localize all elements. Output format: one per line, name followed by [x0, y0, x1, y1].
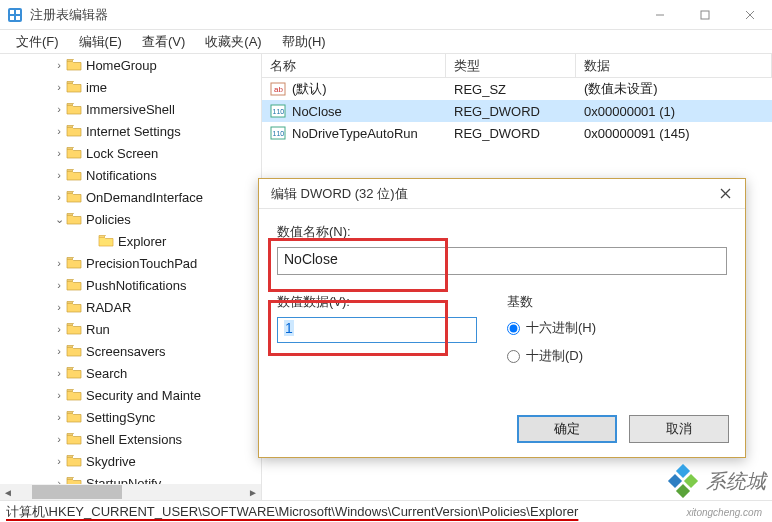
tree-twisty-icon[interactable]: ›: [52, 103, 66, 115]
radio-hex-input[interactable]: [507, 322, 520, 335]
radio-dec-input[interactable]: [507, 350, 520, 363]
cell-name: NoClose: [292, 104, 342, 119]
svg-rect-1: [10, 10, 14, 14]
folder-icon: [66, 212, 82, 226]
tree-node[interactable]: ›Screensavers: [0, 340, 261, 362]
tree-node[interactable]: ›Skydrive: [0, 450, 261, 472]
dword-icon: 110: [270, 126, 286, 140]
tree-twisty-icon[interactable]: ›: [52, 411, 66, 423]
menu-edit[interactable]: 编辑(E): [69, 31, 132, 53]
tree-node-label: Lock Screen: [86, 146, 158, 161]
folder-icon: [66, 58, 82, 72]
tree-node-label: PushNotifications: [86, 278, 186, 293]
svg-text:110: 110: [273, 108, 285, 115]
tree-twisty-icon[interactable]: ›: [52, 257, 66, 269]
tree-twisty-icon[interactable]: ›: [52, 301, 66, 313]
tree-twisty-icon[interactable]: ›: [52, 81, 66, 93]
list-row[interactable]: 110NoDriveTypeAutoRunREG_DWORD0x00000091…: [262, 122, 772, 144]
tree-node[interactable]: ›Notifications: [0, 164, 261, 186]
value-data-text: 1: [284, 320, 294, 336]
col-name[interactable]: 名称: [262, 54, 446, 77]
radio-hex[interactable]: 十六进制(H): [507, 319, 727, 337]
tree-pane[interactable]: ›HomeGroup›ime›ImmersiveShell›Internet S…: [0, 54, 262, 500]
scroll-thumb[interactable]: [32, 485, 122, 499]
tree-node-explorer[interactable]: Explorer: [0, 230, 261, 252]
tree-node[interactable]: ›Internet Settings: [0, 120, 261, 142]
scroll-right-icon[interactable]: ►: [245, 484, 261, 500]
tree-twisty-icon[interactable]: ›: [52, 367, 66, 379]
tree-twisty-icon[interactable]: ›: [52, 125, 66, 137]
tree-node[interactable]: ›RADAR: [0, 296, 261, 318]
svg-rect-6: [701, 11, 709, 19]
folder-icon: [66, 124, 82, 138]
tree-node[interactable]: ›OnDemandInterface: [0, 186, 261, 208]
ok-button[interactable]: 确定: [517, 415, 617, 443]
tree-twisty-icon[interactable]: ›: [52, 147, 66, 159]
dialog-close-button[interactable]: [705, 179, 745, 209]
svg-rect-18: [668, 474, 682, 488]
minimize-button[interactable]: [637, 0, 682, 30]
tree-node-label: PrecisionTouchPad: [86, 256, 197, 271]
tree-hscrollbar[interactable]: ◄ ►: [0, 484, 261, 500]
tree-node[interactable]: ›SettingSync: [0, 406, 261, 428]
tree-twisty-icon[interactable]: ›: [52, 279, 66, 291]
tree-node-label: Notifications: [86, 168, 157, 183]
tree-node[interactable]: ›PushNotifications: [0, 274, 261, 296]
tree-node[interactable]: ›ImmersiveShell: [0, 98, 261, 120]
tree-node[interactable]: ›Security and Mainte: [0, 384, 261, 406]
folder-icon: [66, 300, 82, 314]
close-button[interactable]: [727, 0, 772, 30]
tree-node[interactable]: ›ime: [0, 76, 261, 98]
maximize-button[interactable]: [682, 0, 727, 30]
menu-help[interactable]: 帮助(H): [272, 31, 336, 53]
svg-rect-17: [676, 464, 690, 478]
tree-twisty-icon[interactable]: ›: [52, 345, 66, 357]
tree-node[interactable]: ›Search: [0, 362, 261, 384]
tree-node-label: ime: [86, 80, 107, 95]
scroll-left-icon[interactable]: ◄: [0, 484, 16, 500]
svg-rect-19: [684, 474, 698, 488]
dialog-titlebar[interactable]: 编辑 DWORD (32 位)值: [259, 179, 745, 209]
folder-icon: [66, 366, 82, 380]
dword-icon: 110: [270, 104, 286, 118]
tree-node[interactable]: ›Run: [0, 318, 261, 340]
tree-node-label: Shell Extensions: [86, 432, 182, 447]
menu-view[interactable]: 查看(V): [132, 31, 195, 53]
watermark-url: xitongcheng.com: [686, 507, 762, 518]
folder-icon: [66, 410, 82, 424]
menubar: 文件(F) 编辑(E) 查看(V) 收藏夹(A) 帮助(H): [0, 30, 772, 54]
cancel-button[interactable]: 取消: [629, 415, 729, 443]
svg-rect-20: [676, 484, 690, 498]
svg-rect-3: [10, 16, 14, 20]
value-data-field[interactable]: 1: [277, 317, 477, 343]
cell-name: NoDriveTypeAutoRun: [292, 126, 418, 141]
menu-favorites[interactable]: 收藏夹(A): [195, 31, 271, 53]
tree-node[interactable]: ›HomeGroup: [0, 54, 261, 76]
tree-node[interactable]: ›Lock Screen: [0, 142, 261, 164]
list-row[interactable]: ab(默认)REG_SZ(数值未设置): [262, 78, 772, 100]
tree-twisty-icon[interactable]: ›: [52, 389, 66, 401]
tree-node[interactable]: ›PrecisionTouchPad: [0, 252, 261, 274]
tree-node[interactable]: ›Shell Extensions: [0, 428, 261, 450]
value-data-label: 数值数据(V):: [277, 293, 507, 311]
tree-twisty-icon[interactable]: ›: [52, 433, 66, 445]
tree-twisty-icon[interactable]: ›: [52, 191, 66, 203]
col-type[interactable]: 类型: [446, 54, 576, 77]
tree-twisty-icon[interactable]: ›: [52, 323, 66, 335]
watermark: 系统城: [666, 464, 766, 498]
tree-twisty-icon[interactable]: ›: [52, 455, 66, 467]
col-data[interactable]: 数据: [576, 54, 772, 77]
string-icon: ab: [270, 82, 286, 96]
tree-twisty-icon[interactable]: ›: [52, 169, 66, 181]
tree-node[interactable]: ⌄Policies: [0, 208, 261, 230]
folder-icon: [66, 256, 82, 270]
value-name-field[interactable]: NoClose: [277, 247, 727, 275]
radio-dec[interactable]: 十进制(D): [507, 347, 727, 365]
tree-twisty-icon[interactable]: ⌄: [52, 213, 66, 226]
menu-file[interactable]: 文件(F): [6, 31, 69, 53]
list-row[interactable]: 110NoCloseREG_DWORD0x00000001 (1): [262, 100, 772, 122]
cell-type: REG_DWORD: [446, 126, 576, 141]
tree-twisty-icon[interactable]: ›: [52, 59, 66, 71]
cell-name: (默认): [292, 80, 327, 98]
tree-node-label: HomeGroup: [86, 58, 157, 73]
